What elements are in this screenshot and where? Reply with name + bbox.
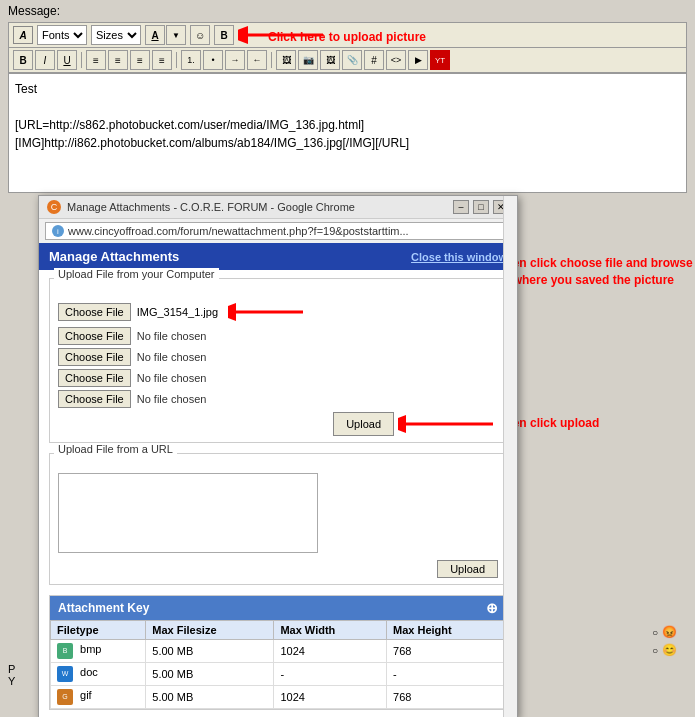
radio-1[interactable]: ○: [652, 627, 658, 638]
editor-line4: [IMG]http://i862.photobucket.com/albums/…: [15, 134, 680, 152]
minimize-btn[interactable]: –: [453, 200, 469, 214]
code-btn[interactable]: <>: [386, 50, 406, 70]
align-left-btn[interactable]: ≡: [86, 50, 106, 70]
table-header-row: Filetype Max Filesize Max Width Max Heig…: [51, 621, 506, 640]
underline-format-btn[interactable]: U: [57, 50, 77, 70]
choose-file-annotation: Then click choose file and browse to whe…: [498, 255, 695, 289]
text-editor[interactable]: Test [URL=http://s862.photobucket.com/us…: [8, 73, 687, 193]
width-gif: 1024: [274, 686, 387, 709]
address-bar: i www.cincyoffroad.com/forum/newattachme…: [45, 222, 511, 240]
insert-icon2[interactable]: 📎: [342, 50, 362, 70]
file-label-3: No file chosen: [137, 351, 207, 363]
editor-line3: [URL=http://s862.photobucket.com/user/me…: [15, 116, 680, 134]
upload-computer-btn[interactable]: Upload: [333, 412, 394, 436]
upload-url-btn[interactable]: Upload: [437, 560, 498, 578]
restore-btn[interactable]: □: [473, 200, 489, 214]
message-label: Message:: [0, 0, 695, 22]
choose-file-btn-5[interactable]: Choose File: [58, 390, 131, 408]
info-icon: i: [52, 225, 64, 237]
file-label-5: No file chosen: [137, 393, 207, 405]
size-doc: 5.00 MB: [146, 663, 274, 686]
align-center-btn[interactable]: ≡: [108, 50, 128, 70]
file-row-1: Choose File IMG_3154_1.jpg: [58, 300, 498, 324]
file-label-4: No file chosen: [137, 372, 207, 384]
width-doc: -: [274, 663, 387, 686]
yellow-face-emoji: 😊: [662, 643, 677, 657]
upload-btn-row: Upload: [58, 412, 498, 436]
bold-btn2[interactable]: B: [214, 25, 234, 45]
indent-btn[interactable]: →: [225, 50, 245, 70]
table-row: G gif 5.00 MB 1024 768: [51, 686, 506, 709]
file-row-5: Choose File No file chosen: [58, 390, 498, 408]
font-color-dropdown[interactable]: ▼: [166, 25, 186, 45]
choose-file-btn-2[interactable]: Choose File: [58, 327, 131, 345]
emoji-area: ○ 😡 ○ 😊: [652, 625, 677, 657]
upload-url-section: Upload File from a URL Upload: [49, 453, 507, 585]
file-row-4: Choose File No file chosen: [58, 369, 498, 387]
file-chosen-1: IMG_3154_1.jpg: [137, 306, 218, 318]
url-upload-btn-row: Upload: [58, 560, 498, 578]
width-bmp: 1024: [274, 640, 387, 663]
table-row: B bmp 5.00 MB 1024 768: [51, 640, 506, 663]
upload-computer-section: Upload File from your Computer Choose Fi…: [49, 278, 507, 443]
col-width: Max Width: [274, 621, 387, 640]
img-icon[interactable]: 🖼: [276, 50, 296, 70]
choose-file-arrow: [228, 300, 308, 324]
page-wrapper: Message: A Fonts Sizes A ▼ ☺ B: [0, 0, 695, 717]
radio-2[interactable]: ○: [652, 645, 658, 656]
italic-format-btn[interactable]: I: [35, 50, 55, 70]
smiley-btn[interactable]: ☺: [190, 25, 210, 45]
ol-btn[interactable]: 1.: [181, 50, 201, 70]
font-color-btn[interactable]: A: [145, 25, 165, 45]
choose-file-btn-4[interactable]: Choose File: [58, 369, 131, 387]
editor-container: A Fonts Sizes A ▼ ☺ B: [0, 22, 695, 201]
col-filetype: Filetype: [51, 621, 146, 640]
dialog-title: Manage Attachments - C.O.R.E. FORUM - Go…: [67, 201, 355, 213]
filetype-bmp: B bmp: [51, 640, 146, 663]
gif-icon: G: [57, 689, 73, 705]
ul-btn[interactable]: •: [203, 50, 223, 70]
attachment-table: Filetype Max Filesize Max Width Max Heig…: [50, 620, 506, 709]
chrome-titlebar: C Manage Attachments - C.O.R.E. FORUM - …: [39, 196, 517, 219]
align-justify-btn[interactable]: ≡: [152, 50, 172, 70]
insert-img-btn[interactable]: 🖼: [320, 50, 340, 70]
upload-computer-legend: Upload File from your Computer: [54, 268, 219, 280]
file-label-2: No file chosen: [137, 330, 207, 342]
chrome-favicon: C: [47, 200, 61, 214]
choose-file-btn-3[interactable]: Choose File: [58, 348, 131, 366]
dialog-scrollbar[interactable]: [503, 196, 517, 717]
filetype-doc: W doc: [51, 663, 146, 686]
sizes-select[interactable]: Sizes: [91, 25, 141, 45]
height-bmp: 768: [387, 640, 506, 663]
divider2: [176, 52, 177, 68]
attachment-key-icon: ⊕: [486, 600, 498, 616]
youtube-btn[interactable]: YT: [430, 50, 450, 70]
outdent-btn[interactable]: ←: [247, 50, 267, 70]
manage-attachments-header: Manage Attachments Close this window: [39, 243, 517, 270]
fonts-select[interactable]: Fonts: [37, 25, 87, 45]
divider3: [271, 52, 272, 68]
align-right-btn[interactable]: ≡: [130, 50, 150, 70]
height-gif: 768: [387, 686, 506, 709]
toolbar-row2: B I U ≡ ≡ ≡ ≡ 1. • → ← 🖼 📷 🖼 📎 # <>: [8, 47, 687, 73]
media-btn[interactable]: ▶: [408, 50, 428, 70]
choose-file-btn-1[interactable]: Choose File: [58, 303, 131, 321]
y-label: Y: [8, 675, 15, 687]
bottom-labels: P Y: [8, 663, 15, 687]
divider1: [81, 52, 82, 68]
editor-line1: Test: [15, 80, 680, 98]
filetype-gif: G gif: [51, 686, 146, 709]
upload-annotation: Then click upload: [498, 415, 678, 432]
attachment-key-header: Attachment Key ⊕: [50, 596, 506, 620]
toolbar-row1: A Fonts Sizes A ▼ ☺ B: [8, 22, 687, 47]
bold-format-btn[interactable]: B: [13, 50, 33, 70]
close-window-link[interactable]: Close this window: [411, 251, 507, 263]
url-textarea[interactable]: [58, 473, 318, 553]
file-row-2: Choose File No file chosen: [58, 327, 498, 345]
camera-icon[interactable]: 📷: [298, 50, 318, 70]
hash-btn[interactable]: #: [364, 50, 384, 70]
upload-url-legend: Upload File from a URL: [54, 443, 177, 455]
table-row: W doc 5.00 MB - -: [51, 663, 506, 686]
attachment-key-title: Attachment Key: [58, 601, 149, 615]
manage-content: Upload File from your Computer Choose Fi…: [39, 270, 517, 717]
